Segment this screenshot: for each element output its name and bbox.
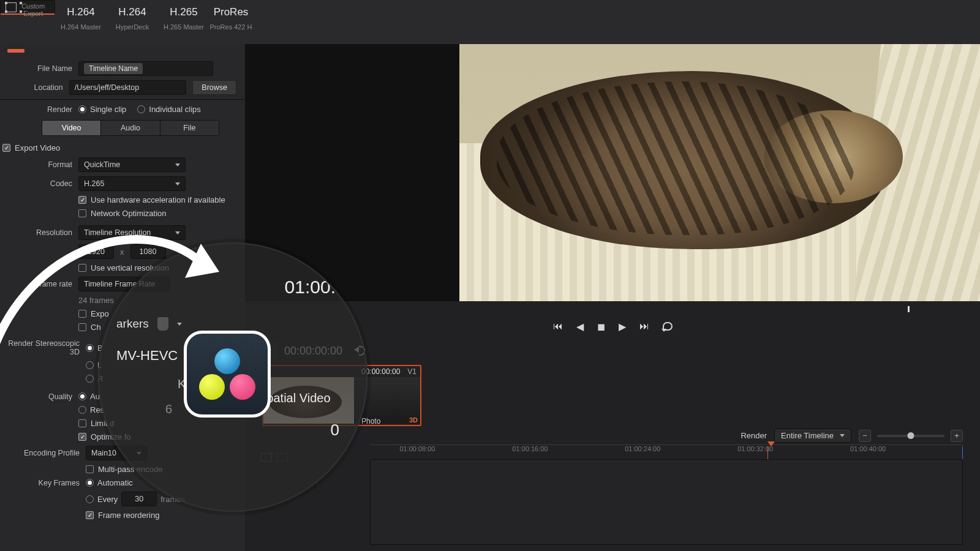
zoom-slider[interactable] [877,435,944,437]
browse-button[interactable]: Browse [192,80,236,95]
tab-audio[interactable]: Audio [101,121,160,135]
zoom-in-button[interactable]: + [951,430,963,442]
preview-viewer[interactable] [245,13,980,301]
frame-reorder-checkbox[interactable]: ✓ [86,511,94,519]
timeline-tracks[interactable] [370,459,963,545]
chevron-down-icon [175,182,180,186]
multipass-checkbox[interactable] [86,465,94,473]
chevron-down-icon [177,323,182,326]
frame-rate-label: Frame rate [6,280,78,288]
ch-label: Ch [91,323,101,332]
netopt-label: Network Optimization [91,209,167,218]
chevron-down-icon [175,231,180,234]
location-label: Location [6,83,69,92]
ruler-tick: 01:00:40:00 [850,445,886,452]
quality-auto-radio[interactable] [78,392,86,400]
clip-track-label: V1 [407,367,417,376]
lens-timecode: 01:00. [116,277,336,298]
timeline-ruler[interactable]: 01:00:08:00 01:00:16:00 01:00:24:00 01:0… [370,444,963,459]
res-x: x [120,247,124,257]
stop-button[interactable]: ◼ [597,321,605,332]
keyframes-auto-radio[interactable] [86,479,94,487]
codec-label: Codec [6,179,78,188]
stereo-right-radio[interactable] [86,375,94,383]
keyframes-n-field[interactable] [121,492,157,506]
render-single-label: Single clip [90,105,126,114]
badge-3d: 3D [409,416,418,424]
preview-frame [459,13,980,301]
tab-file[interactable]: File [160,121,219,135]
preset-prores[interactable]: ProRes ProRes 422 H [209,0,252,44]
chevron-down-icon [840,434,845,437]
optimize-checkbox[interactable]: ✓ [78,433,86,441]
preset-h265-master[interactable]: H.265 H.265 Master [158,0,209,44]
expo-checkbox[interactable] [78,310,86,318]
frames-24-label: 24 frames [78,296,114,305]
out-marker[interactable] [908,306,910,312]
step-back-button[interactable]: ◀ [576,321,584,332]
resolution-select[interactable]: Timeline Resolution [78,225,186,240]
render-range-select[interactable]: Entire Timeline [774,429,851,443]
hwaccel-checkbox[interactable]: ✓ [78,196,86,204]
lens-zero: 0 [331,421,339,440]
viewer-area: IN01:00:00:00 OUT01:00:48:13 ⏮ ◀ ◼ ▶ ⏭ 0… [245,0,980,551]
ruler-tick: 01:00:08:00 [399,445,435,452]
export-presets: Custom Export H.264 H.264 Master H.264 H… [0,0,980,44]
netopt-checkbox[interactable] [78,209,86,217]
scrub-bar[interactable] [245,304,980,313]
clip-photo-label: Photo [361,417,380,425]
keyframes-label: Key Frames [6,479,86,487]
accent-bar [7,49,24,53]
quality-restrict-radio[interactable] [78,406,86,414]
res-width-field[interactable] [78,244,114,259]
export-video-checkbox[interactable]: ✓ [2,144,10,152]
stereo-left-radio[interactable] [86,361,94,369]
ruler-tick: 01:00:16:00 [512,445,548,452]
export-video-label: Export Video [15,143,60,152]
stereo-label: Render Stereoscopic 3D [6,339,86,356]
limit-checkbox[interactable] [78,419,86,427]
timeline-zoom: − + [859,430,963,442]
quality-label: Quality [6,392,78,401]
use-vertical-checkbox[interactable] [78,264,86,272]
tab-video[interactable]: Video [42,121,101,135]
davinci-resolve-icon [184,331,271,418]
expo-label: Expo [91,309,109,318]
format-label: Format [6,160,78,169]
resolution-label: Resolution [6,228,78,237]
render-range-label: Render [741,431,767,440]
preset-hyperdeck[interactable]: H.264 HyperDeck [107,0,158,44]
zoom-out-button[interactable]: − [859,430,871,442]
preset-h264-master[interactable]: H.264 H.264 Master [55,0,107,44]
last-frame-button[interactable]: ⏭ [639,321,649,332]
file-name-field[interactable]: Timeline Name [78,61,213,76]
render-range-bar: Render Entire Timeline − + [741,429,963,443]
play-button[interactable]: ▶ [619,321,626,332]
lens-markers-label: arkers [116,317,149,331]
hwaccel-label: Use hardware acceleration if available [91,195,225,204]
ch-checkbox[interactable] [78,323,86,331]
file-name-label: File Name [6,64,78,73]
keyframes-every-radio[interactable] [86,495,94,503]
format-select[interactable]: QuickTime [78,157,186,172]
render-individual-radio[interactable] [137,105,145,113]
render-individual-label: Individual clips [149,105,201,114]
enc-profile-label: Encoding Profile [6,449,86,457]
ruler-tick: 01:00:24:00 [625,445,660,452]
settings-tabs: Video Audio File [42,120,219,136]
stereo-both-radio[interactable] [86,344,94,352]
chevron-down-icon [175,163,180,167]
preset-custom-export[interactable]: Custom Export [0,0,55,15]
marker-icon [157,317,168,331]
loop-button[interactable] [663,322,673,331]
playhead-icon[interactable] [767,441,775,446]
filmstrip-icon [6,2,17,12]
first-frame-button[interactable]: ⏮ [553,321,563,332]
codec-select[interactable]: H.265 [78,176,186,191]
render-label: Render [6,105,78,114]
render-single-radio[interactable] [78,105,86,113]
location-field[interactable]: /Users/jeff/Desktop [69,80,187,95]
lens-mvhevc-label: MV-HEVC [116,348,178,364]
res-height-field[interactable] [130,244,166,259]
